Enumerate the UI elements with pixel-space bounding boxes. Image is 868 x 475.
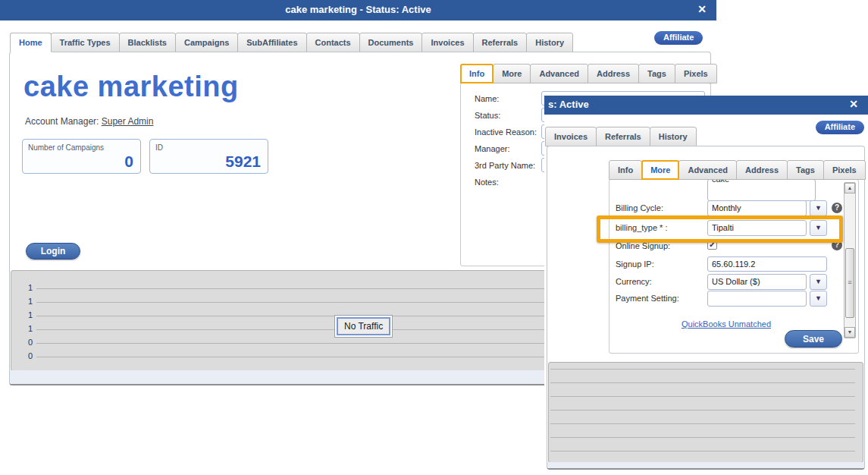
payment-setting-label: Payment Setting: <box>616 294 679 303</box>
billing-cycle-label: Billing Cycle: <box>616 203 663 212</box>
billing-cycle-select[interactable]: Monthly <box>707 200 807 216</box>
help-icon[interactable]: ? <box>832 240 842 250</box>
account-manager-link[interactable]: Super Admin <box>102 116 154 127</box>
login-button[interactable]: Login <box>26 243 80 260</box>
dialog-footer-strip <box>547 462 864 468</box>
gridline <box>550 437 855 438</box>
signup-ip-label: Signup IP: <box>616 260 654 269</box>
tab-referrals[interactable]: Referrals <box>473 33 528 52</box>
affiliate-badge: Affiliate <box>654 31 703 45</box>
tab-traffic-types[interactable]: Traffic Types <box>51 33 120 52</box>
dialog-titlebar[interactable]: s: Active ✕ <box>544 96 868 115</box>
gridline <box>550 423 855 424</box>
dialog-traffic-chart <box>548 362 863 463</box>
signup-ip-input[interactable]: 65.60.119.2 <box>707 256 827 272</box>
chevron-down-icon[interactable]: ▼ <box>810 274 827 290</box>
tab-referrals[interactable]: Referrals <box>596 127 650 146</box>
main-window-titlebar[interactable]: cake marketing - Status: Active ✕ <box>0 0 716 20</box>
subtab-pixels[interactable]: Pixels <box>823 160 866 180</box>
main-tabbar: Home Traffic Types Blacklists Campaigns … <box>10 33 572 52</box>
y-tick: 1 <box>19 283 33 292</box>
quickbooks-unmatched-link[interactable]: QuickBooks Unmatched <box>682 319 771 329</box>
tab-invoices[interactable]: Invoices <box>421 33 473 52</box>
y-tick: 0 <box>19 338 33 347</box>
y-tick: 0 <box>19 351 33 360</box>
tab-blacklists[interactable]: Blacklists <box>119 33 176 52</box>
stat-number-of-campaigns: Number of Campaigns 0 <box>22 139 141 174</box>
stat-value: 0 <box>124 153 133 171</box>
subtab-info[interactable]: Info <box>460 64 494 83</box>
payment-setting-select[interactable] <box>707 291 807 307</box>
field-label-notes: Notes: <box>475 178 499 187</box>
subtab-more[interactable]: More <box>641 160 679 180</box>
form-scrollbar[interactable]: ▲ ≡ ▼ <box>844 182 856 338</box>
notes-textarea[interactable]: cake <box>707 179 816 201</box>
y-tick: 1 <box>19 297 33 306</box>
stat-label: Number of Campaigns <box>28 143 104 152</box>
field-label-manager: Manager: <box>475 144 509 153</box>
gridline <box>550 369 855 370</box>
tab-documents[interactable]: Documents <box>359 33 423 52</box>
stat-label: ID <box>155 143 163 152</box>
close-icon[interactable]: ✕ <box>849 98 858 110</box>
currency-select[interactable]: US Dollar ($) <box>707 274 807 290</box>
subtab-more[interactable]: More <box>493 64 531 83</box>
gridline <box>550 382 855 383</box>
affiliate-badge: Affiliate <box>816 121 864 134</box>
subtab-advanced[interactable]: Advanced <box>530 64 588 83</box>
scroll-down-button[interactable]: ▼ <box>844 327 855 338</box>
subtab-address[interactable]: Address <box>736 160 788 180</box>
tab-campaigns[interactable]: Campaigns <box>175 33 238 52</box>
billing-type-label: billing_type * : <box>616 223 668 232</box>
stat-id: ID 5921 <box>149 139 268 174</box>
y-tick: 1 <box>19 324 33 333</box>
subtab-info[interactable]: Info <box>609 160 642 180</box>
dialog-content: Info More Advanced Address Tags Pixels c… <box>547 146 865 470</box>
online-signup-label: Online Signup: <box>616 241 670 250</box>
save-button[interactable]: Save <box>785 330 842 348</box>
online-signup-checkbox[interactable]: ✓ <box>707 240 717 250</box>
chevron-down-icon[interactable]: ▼ <box>810 220 827 236</box>
stat-value: 5921 <box>225 153 261 171</box>
field-label-inactive-reason: Inactive Reason: <box>475 127 537 137</box>
dialog-title: s: Active <box>548 99 589 110</box>
subtab-tags[interactable]: Tags <box>638 64 675 83</box>
gridline <box>550 451 855 451</box>
subtab-advanced[interactable]: Advanced <box>678 160 737 180</box>
tab-history[interactable]: History <box>650 127 697 146</box>
chevron-down-icon[interactable]: ▼ <box>810 200 827 216</box>
tab-contacts[interactable]: Contacts <box>306 33 360 52</box>
help-icon[interactable]: ? <box>832 203 842 213</box>
gridline <box>550 410 855 411</box>
y-tick: 1 <box>19 310 33 319</box>
close-icon[interactable]: ✕ <box>697 3 707 15</box>
dialog-inner-tabbar: Info More Advanced Address Tags Pixels <box>609 160 865 180</box>
chevron-down-icon[interactable]: ▼ <box>810 291 827 307</box>
page-title: cake marketing <box>24 71 239 103</box>
tab-history[interactable]: History <box>526 33 573 52</box>
account-manager-label: Account Manager: <box>25 116 99 127</box>
scroll-up-icon: ▲ <box>848 185 853 190</box>
dialog-tabbar: Invoices Referrals History <box>545 127 696 146</box>
billing-type-select[interactable]: Tipalti <box>707 220 807 236</box>
scroll-up-button[interactable]: ▲ <box>844 183 855 193</box>
no-traffic-box: No Traffic <box>334 315 393 338</box>
currency-label: Currency: <box>616 277 652 286</box>
tab-home[interactable]: Home <box>10 33 52 52</box>
field-label-name: Name: <box>475 94 499 103</box>
screen: cake marketing - Status: Active ✕ Affili… <box>0 0 868 475</box>
scroll-grip-icon: ≡ <box>846 278 854 286</box>
subtab-tags[interactable]: Tags <box>787 160 824 180</box>
account-manager-line: Account Manager: Super Admin <box>25 116 153 127</box>
tab-subaffiliates[interactable]: SubAffiliates <box>237 33 306 52</box>
gridline <box>550 396 855 397</box>
subtab-pixels[interactable]: Pixels <box>675 64 717 83</box>
no-traffic-label: No Traffic <box>337 317 390 335</box>
scroll-down-icon: ▼ <box>848 329 853 335</box>
more-form-panel: cake Billing Cycle: Monthly ▼ ? billing_… <box>609 179 859 354</box>
tab-invoices[interactable]: Invoices <box>545 127 597 146</box>
field-label-status: Status: <box>475 111 500 120</box>
field-label-3rd-party-name: 3rd Party Name: <box>475 161 535 170</box>
scroll-thumb[interactable]: ≡ <box>845 248 854 318</box>
subtab-address[interactable]: Address <box>588 64 639 83</box>
